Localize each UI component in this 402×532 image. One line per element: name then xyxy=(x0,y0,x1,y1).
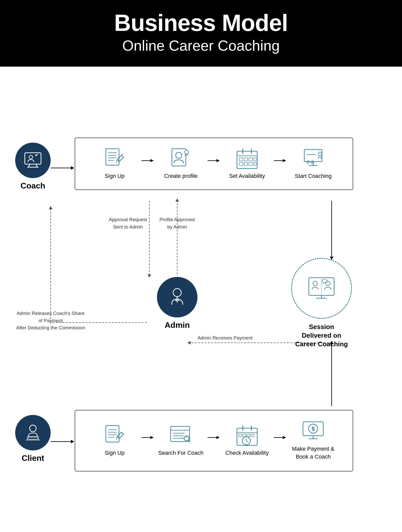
approval-request-annotation: Approval Request Sent to Admin xyxy=(109,216,147,231)
session-label: Session Delivered onCareer Coaching xyxy=(295,323,348,348)
svg-marker-5 xyxy=(148,274,151,278)
client-step-signup: Sign Up xyxy=(88,425,142,456)
svg-text:$: $ xyxy=(312,426,315,432)
svg-point-57 xyxy=(307,161,309,163)
svg-point-55 xyxy=(318,152,322,156)
client-step-availability: Check Availability xyxy=(220,425,274,456)
svg-rect-42 xyxy=(239,158,243,161)
client-signup-label: Sign Up xyxy=(105,450,125,456)
client-arrow-2 xyxy=(208,435,220,446)
svg-rect-49 xyxy=(254,162,256,165)
client-label: Client xyxy=(22,453,44,463)
page-title: Business Model xyxy=(5,10,397,36)
svg-rect-68 xyxy=(27,436,38,440)
coach-label: Coach xyxy=(21,181,45,191)
svg-rect-45 xyxy=(254,158,256,161)
receives-payment-annotation: Admin Receives Payment xyxy=(197,335,253,341)
client-search-label: Search For Coach xyxy=(158,450,204,456)
svg-line-18 xyxy=(28,164,30,167)
svg-point-34 xyxy=(176,152,182,158)
svg-rect-93 xyxy=(239,434,242,437)
svg-rect-71 xyxy=(106,426,119,442)
svg-rect-94 xyxy=(243,434,246,437)
admin-actor: Admin xyxy=(157,277,197,330)
coach-step-create-profile: Create profile xyxy=(154,148,208,179)
coach-step-signup: Sign Up xyxy=(88,148,142,179)
svg-marker-7 xyxy=(175,198,179,202)
coach-circle xyxy=(15,143,51,178)
svg-marker-14 xyxy=(71,440,74,443)
coach-create-profile-label: Create profile xyxy=(164,173,197,179)
svg-rect-69 xyxy=(28,437,37,439)
svg-marker-101 xyxy=(283,436,286,439)
coach-availability-label: Set Availability xyxy=(229,173,265,179)
client-step-search: Search For Coach xyxy=(154,425,208,456)
coach-start-coaching-label: Start Coaching xyxy=(295,173,332,179)
svg-point-67 xyxy=(30,425,36,432)
svg-rect-96 xyxy=(251,434,254,437)
coach-flow-box: Sign Up Create profile xyxy=(75,138,353,190)
svg-rect-47 xyxy=(244,162,248,165)
svg-point-63 xyxy=(326,281,330,286)
session-circle xyxy=(291,258,352,319)
client-availability-label: Check Availability xyxy=(225,450,269,456)
svg-marker-10 xyxy=(49,206,52,209)
arrow-2 xyxy=(208,158,220,169)
session-delivered: Session Delivered onCareer Coaching xyxy=(291,258,352,348)
coach-signup-label: Sign Up xyxy=(105,173,125,179)
svg-line-76 xyxy=(116,436,117,440)
svg-point-21 xyxy=(29,155,33,159)
svg-rect-17 xyxy=(25,153,41,164)
svg-marker-51 xyxy=(283,159,286,162)
client-arrow-1 xyxy=(142,435,154,446)
svg-point-59 xyxy=(173,289,181,297)
client-circle xyxy=(15,415,51,450)
coach-step-start-coaching: Start Coaching xyxy=(287,148,340,179)
svg-line-30 xyxy=(122,154,123,155)
client-flow-box: Sign Up Search For Coach xyxy=(75,410,353,471)
arrow-1 xyxy=(142,158,154,169)
svg-point-64 xyxy=(322,279,327,283)
svg-rect-43 xyxy=(244,158,248,161)
svg-rect-95 xyxy=(247,434,250,437)
svg-marker-32 xyxy=(150,159,154,162)
admin-label: Admin xyxy=(165,320,190,330)
svg-line-29 xyxy=(116,160,117,163)
arrow-3 xyxy=(274,158,287,169)
client-payment-label: Make Payment &Book a Coach xyxy=(292,445,334,461)
svg-marker-78 xyxy=(150,436,154,439)
svg-point-61 xyxy=(313,281,317,286)
svg-marker-12 xyxy=(187,341,191,345)
svg-rect-48 xyxy=(249,162,252,165)
svg-marker-37 xyxy=(216,159,220,162)
profile-approved-annotation: Profile Approved by Admin xyxy=(159,216,195,231)
coach-step-availability: Set Availability xyxy=(220,148,274,179)
releases-payment-annotation: Admin Releases Coach's Share of Payment … xyxy=(15,310,86,332)
svg-point-23 xyxy=(35,155,37,156)
svg-rect-24 xyxy=(106,149,119,165)
svg-line-19 xyxy=(36,164,37,167)
svg-rect-46 xyxy=(239,162,243,165)
svg-point-35 xyxy=(185,150,189,154)
svg-rect-44 xyxy=(249,158,252,161)
client-actor: Client xyxy=(15,415,51,463)
svg-marker-88 xyxy=(216,436,220,439)
svg-marker-1 xyxy=(71,166,74,170)
svg-rect-38 xyxy=(237,151,257,168)
client-step-payment: $ Make Payment &Book a Coach xyxy=(287,421,340,461)
admin-circle xyxy=(157,277,197,317)
page-subtitle: Online Career Coaching xyxy=(5,37,397,54)
coach-actor: Coach xyxy=(15,143,51,191)
client-arrow-3 xyxy=(274,435,287,446)
header: Business Model Online Career Coaching xyxy=(0,0,402,67)
